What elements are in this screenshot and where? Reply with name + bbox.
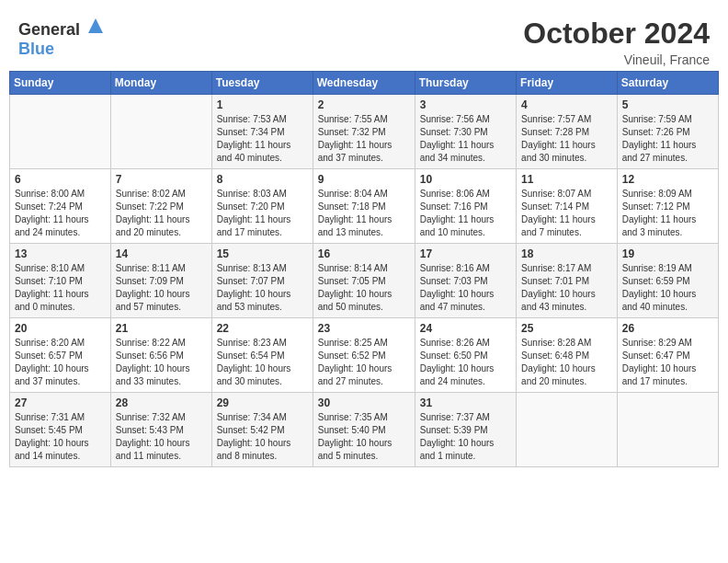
day-info: Sunrise: 8:28 AM Sunset: 6:48 PM Dayligh… — [521, 337, 612, 388]
calendar-cell: 26Sunrise: 8:29 AM Sunset: 6:47 PM Dayli… — [617, 318, 718, 393]
weekday-header: Friday — [517, 72, 618, 95]
calendar-cell: 25Sunrise: 8:28 AM Sunset: 6:48 PM Dayli… — [517, 318, 618, 393]
calendar-cell: 21Sunrise: 8:22 AM Sunset: 6:56 PM Dayli… — [110, 318, 211, 393]
day-number: 15 — [217, 247, 308, 260]
calendar-cell: 30Sunrise: 7:35 AM Sunset: 5:40 PM Dayli… — [313, 393, 415, 467]
page-header: General Blue October 2024 Vineuil, Franc… — [9, 9, 719, 71]
calendar-cell: 17Sunrise: 8:16 AM Sunset: 7:03 PM Dayli… — [415, 244, 516, 318]
location-title: Vineuil, France — [523, 52, 710, 67]
calendar-week-row: 20Sunrise: 8:20 AM Sunset: 6:57 PM Dayli… — [10, 318, 719, 393]
day-info: Sunrise: 8:00 AM Sunset: 7:24 PM Dayligh… — [15, 188, 106, 239]
calendar-cell: 13Sunrise: 8:10 AM Sunset: 7:10 PM Dayli… — [10, 244, 111, 318]
calendar-cell: 11Sunrise: 8:07 AM Sunset: 7:14 PM Dayli… — [517, 169, 618, 244]
calendar-cell: 7Sunrise: 8:02 AM Sunset: 7:22 PM Daylig… — [110, 169, 211, 244]
day-info: Sunrise: 8:17 AM Sunset: 7:01 PM Dayligh… — [521, 262, 612, 314]
day-info: Sunrise: 8:25 AM Sunset: 6:52 PM Dayligh… — [318, 337, 410, 388]
calendar-cell: 20Sunrise: 8:20 AM Sunset: 6:57 PM Dayli… — [10, 318, 111, 393]
day-number: 22 — [217, 322, 308, 335]
calendar-week-row: 13Sunrise: 8:10 AM Sunset: 7:10 PM Dayli… — [10, 244, 719, 318]
weekday-header: Saturday — [617, 72, 718, 95]
day-info: Sunrise: 8:23 AM Sunset: 6:54 PM Dayligh… — [217, 337, 308, 388]
logo: General Blue — [18, 17, 105, 59]
day-info: Sunrise: 8:09 AM Sunset: 7:12 PM Dayligh… — [622, 188, 713, 239]
day-number: 7 — [116, 173, 207, 186]
month-title: October 2024 — [523, 17, 710, 51]
day-number: 20 — [15, 322, 106, 335]
calendar-cell: 2Sunrise: 7:55 AM Sunset: 7:32 PM Daylig… — [313, 95, 415, 169]
day-info: Sunrise: 8:03 AM Sunset: 7:20 PM Dayligh… — [217, 188, 308, 239]
day-info: Sunrise: 8:14 AM Sunset: 7:05 PM Dayligh… — [318, 262, 410, 314]
calendar-week-row: 1Sunrise: 7:53 AM Sunset: 7:34 PM Daylig… — [10, 95, 719, 169]
day-number: 8 — [217, 173, 308, 186]
title-block: October 2024 Vineuil, France — [523, 17, 710, 67]
calendar-cell: 12Sunrise: 8:09 AM Sunset: 7:12 PM Dayli… — [617, 169, 718, 244]
calendar-cell: 4Sunrise: 7:57 AM Sunset: 7:28 PM Daylig… — [517, 95, 618, 169]
day-info: Sunrise: 8:13 AM Sunset: 7:07 PM Dayligh… — [217, 262, 308, 314]
calendar-table: SundayMondayTuesdayWednesdayThursdayFrid… — [9, 71, 719, 467]
calendar-cell: 5Sunrise: 7:59 AM Sunset: 7:26 PM Daylig… — [617, 95, 718, 169]
day-info: Sunrise: 7:31 AM Sunset: 5:45 PM Dayligh… — [15, 411, 106, 463]
calendar-cell: 18Sunrise: 8:17 AM Sunset: 7:01 PM Dayli… — [517, 244, 618, 318]
day-number: 18 — [521, 247, 612, 260]
calendar-cell: 9Sunrise: 8:04 AM Sunset: 7:18 PM Daylig… — [313, 169, 415, 244]
day-number: 30 — [318, 396, 410, 409]
calendar-cell: 27Sunrise: 7:31 AM Sunset: 5:45 PM Dayli… — [10, 393, 111, 467]
day-info: Sunrise: 8:07 AM Sunset: 7:14 PM Dayligh… — [521, 188, 612, 239]
day-number: 1 — [217, 98, 308, 111]
day-number: 16 — [318, 247, 410, 260]
day-number: 23 — [318, 322, 410, 335]
calendar-cell: 22Sunrise: 8:23 AM Sunset: 6:54 PM Dayli… — [211, 318, 313, 393]
day-number: 4 — [521, 98, 612, 111]
day-info: Sunrise: 8:19 AM Sunset: 6:59 PM Dayligh… — [622, 262, 713, 314]
calendar-cell — [617, 393, 718, 467]
calendar-cell: 3Sunrise: 7:56 AM Sunset: 7:30 PM Daylig… — [415, 95, 516, 169]
day-number: 17 — [420, 247, 511, 260]
calendar-cell — [517, 393, 618, 467]
weekday-header: Thursday — [415, 72, 516, 95]
day-number: 31 — [420, 396, 511, 409]
day-number: 19 — [622, 247, 713, 260]
day-info: Sunrise: 8:16 AM Sunset: 7:03 PM Dayligh… — [420, 262, 511, 314]
day-number: 29 — [217, 396, 308, 409]
day-info: Sunrise: 7:59 AM Sunset: 7:26 PM Dayligh… — [622, 113, 713, 165]
calendar-cell: 6Sunrise: 8:00 AM Sunset: 7:24 PM Daylig… — [10, 169, 111, 244]
day-number: 10 — [420, 173, 511, 186]
day-number: 11 — [521, 173, 612, 186]
day-number: 25 — [521, 322, 612, 335]
day-info: Sunrise: 7:35 AM Sunset: 5:40 PM Dayligh… — [318, 411, 410, 463]
weekday-header: Wednesday — [313, 72, 415, 95]
day-info: Sunrise: 7:55 AM Sunset: 7:32 PM Dayligh… — [318, 113, 410, 165]
day-number: 9 — [318, 173, 410, 186]
calendar-cell: 31Sunrise: 7:37 AM Sunset: 5:39 PM Dayli… — [415, 393, 516, 467]
day-number: 13 — [15, 247, 106, 260]
day-number: 14 — [116, 247, 207, 260]
day-number: 21 — [116, 322, 207, 335]
day-number: 28 — [116, 396, 207, 409]
calendar-week-row: 6Sunrise: 8:00 AM Sunset: 7:24 PM Daylig… — [10, 169, 719, 244]
logo-icon — [86, 17, 105, 35]
day-info: Sunrise: 7:53 AM Sunset: 7:34 PM Dayligh… — [217, 113, 308, 165]
day-info: Sunrise: 7:37 AM Sunset: 5:39 PM Dayligh… — [420, 411, 511, 463]
calendar-cell: 10Sunrise: 8:06 AM Sunset: 7:16 PM Dayli… — [415, 169, 516, 244]
day-info: Sunrise: 8:10 AM Sunset: 7:10 PM Dayligh… — [15, 262, 106, 314]
calendar-cell: 19Sunrise: 8:19 AM Sunset: 6:59 PM Dayli… — [617, 244, 718, 318]
calendar-cell — [10, 95, 111, 169]
day-number: 3 — [420, 98, 511, 111]
day-info: Sunrise: 8:20 AM Sunset: 6:57 PM Dayligh… — [15, 337, 106, 388]
day-info: Sunrise: 7:32 AM Sunset: 5:43 PM Dayligh… — [116, 411, 207, 463]
day-number: 27 — [15, 396, 106, 409]
day-info: Sunrise: 8:22 AM Sunset: 6:56 PM Dayligh… — [116, 337, 207, 388]
day-number: 26 — [622, 322, 713, 335]
calendar-cell: 28Sunrise: 7:32 AM Sunset: 5:43 PM Dayli… — [110, 393, 211, 467]
calendar-cell: 8Sunrise: 8:03 AM Sunset: 7:20 PM Daylig… — [211, 169, 313, 244]
calendar-cell: 1Sunrise: 7:53 AM Sunset: 7:34 PM Daylig… — [211, 95, 313, 169]
day-info: Sunrise: 8:02 AM Sunset: 7:22 PM Dayligh… — [116, 188, 207, 239]
logo-general: General — [18, 20, 80, 39]
calendar-cell: 16Sunrise: 8:14 AM Sunset: 7:05 PM Dayli… — [313, 244, 415, 318]
day-number: 5 — [622, 98, 713, 111]
day-info: Sunrise: 7:57 AM Sunset: 7:28 PM Dayligh… — [521, 113, 612, 165]
calendar-cell — [110, 95, 211, 169]
day-info: Sunrise: 8:11 AM Sunset: 7:09 PM Dayligh… — [116, 262, 207, 314]
logo-blue: Blue — [18, 40, 54, 58]
day-info: Sunrise: 7:56 AM Sunset: 7:30 PM Dayligh… — [420, 113, 511, 165]
